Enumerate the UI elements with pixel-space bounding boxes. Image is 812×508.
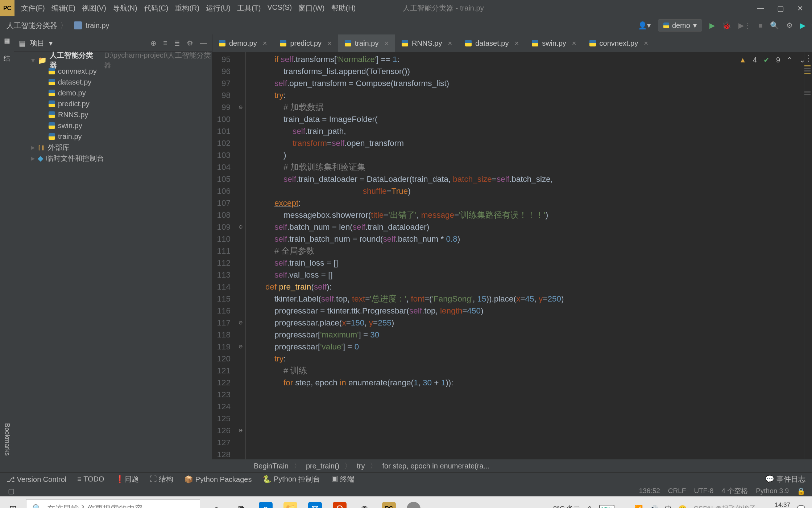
up-arrow-icon[interactable]: ⌃ (787, 56, 793, 64)
project-root[interactable]: ▾📁 人工智能分类器 D:\pycharm-project\人工智能分类器 (14, 55, 212, 66)
menu-help[interactable]: 帮助(H) (331, 3, 356, 13)
down-arrow-icon[interactable]: ⌄ (799, 56, 805, 64)
file-swin[interactable]: swin.py (14, 120, 212, 131)
menu-navigate[interactable]: 导航(N) (113, 3, 137, 13)
locate-icon[interactable]: ⊕ (150, 39, 157, 48)
tab-swin-py[interactable]: swin.py× (525, 34, 583, 52)
code-area[interactable]: 9596979899100101102103104105106107108109… (212, 52, 812, 459)
menu-edit[interactable]: 编辑(E) (51, 3, 76, 13)
minimize-button[interactable]: — (757, 4, 764, 13)
bc-method[interactable]: pre_train() (306, 462, 339, 470)
file-rnns[interactable]: RNNS.py (14, 109, 212, 120)
collapse-all-icon[interactable]: ≣ (174, 39, 180, 48)
plugin-icon[interactable]: ▶ (800, 21, 805, 30)
line-gutter[interactable]: 9596979899100101102103104105106107108109… (212, 52, 237, 459)
lock-icon[interactable]: 🔒 (797, 487, 805, 495)
expand-all-icon[interactable]: ≡ (163, 39, 167, 48)
bc-class[interactable]: BeginTrain (254, 462, 289, 470)
tab-predict-py[interactable]: predict.py× (273, 34, 338, 52)
bookmarks-tool-button[interactable]: Bookmarks (3, 423, 11, 456)
file-train[interactable]: train.py (14, 131, 212, 142)
close-tab-icon[interactable]: × (644, 39, 648, 48)
battery-icon[interactable]: 100% (599, 505, 614, 508)
tab-convnext-py[interactable]: convnext.py× (583, 34, 655, 52)
source-code[interactable]: if self.transforms['Normalize'] == 1: tr… (246, 52, 804, 459)
office-icon[interactable]: O (333, 502, 347, 508)
tab-dataset-py[interactable]: dataset.py× (459, 34, 525, 52)
chrome-icon[interactable]: ◉ (357, 502, 371, 508)
interpreter[interactable]: Python 3.9 (756, 487, 789, 495)
hide-icon[interactable]: — (200, 39, 207, 48)
tab-demo-py[interactable]: demo.py× (212, 34, 273, 52)
app-icon[interactable] (407, 502, 420, 508)
cloud-icon[interactable]: ☁ (621, 505, 628, 508)
weather-widget[interactable]: ☁ 8°C 多云 (543, 504, 580, 508)
external-libraries[interactable]: ▸⫿⫿外部库 (14, 142, 212, 153)
debug-button[interactable]: 🐞 (722, 21, 731, 30)
cortana-icon[interactable]: ○ (210, 502, 223, 508)
menu-code[interactable]: 代码(C) (144, 3, 169, 13)
project-view-title[interactable]: 项目 (30, 38, 45, 48)
mail-icon[interactable]: ✉ (308, 502, 322, 508)
volume-icon[interactable]: 🔊 (650, 505, 658, 508)
terminal-button[interactable]: ▣ 终端 (331, 474, 355, 484)
close-tab-icon[interactable]: × (327, 39, 332, 48)
run-button[interactable]: ▶ (709, 21, 715, 30)
scrollbar-map[interactable]: ⋮ (804, 52, 812, 459)
inspection-widget[interactable]: ▲4 ✔9 ⌃ ⌄ (739, 56, 805, 64)
bc-for[interactable]: for step, epoch in enumerate(ra... (382, 462, 489, 470)
ime-icon[interactable]: 中 (665, 504, 672, 508)
windows-search[interactable]: 🔍 在这里输入你要搜索的内容 (26, 499, 200, 508)
user-dropdown[interactable]: 👤▾ (638, 21, 651, 30)
wifi-icon[interactable]: 📶 (634, 505, 643, 508)
close-tab-icon[interactable]: × (263, 39, 267, 48)
close-tab-icon[interactable]: × (514, 39, 519, 48)
problems-button[interactable]: ❗问题 (115, 474, 139, 484)
file-dataset[interactable]: dataset.py (14, 77, 212, 87)
clock[interactable]: 14:37 2022/2/10 (763, 501, 790, 508)
ime-mode-icon[interactable]: 🙂 (678, 505, 687, 508)
maximize-button[interactable]: ▢ (777, 4, 784, 13)
tab-RNNS-py[interactable]: RNNS.py× (395, 34, 459, 52)
chevron-down-icon[interactable]: ▾ (49, 39, 53, 48)
run-config-selector[interactable]: demo ▾ (658, 19, 702, 32)
python-console-button[interactable]: 🐍 Python 控制台 (262, 474, 320, 484)
breadcrumb-file[interactable]: train.py (86, 21, 109, 30)
pycharm-taskbar-icon[interactable]: PC (382, 502, 396, 508)
menu-vcs[interactable]: VCS(S) (268, 3, 292, 13)
menu-tools[interactable]: 工具(T) (237, 3, 261, 13)
file-predict[interactable]: predict.py (14, 98, 212, 109)
explorer-icon[interactable]: 📁 (283, 502, 297, 508)
menu-window[interactable]: 窗口(W) (298, 3, 324, 13)
search-everywhere-icon[interactable]: 🔍 (770, 21, 779, 30)
settings-icon[interactable]: ⚙ (187, 39, 193, 48)
tool-window-toggle[interactable]: ▢ (8, 487, 14, 495)
edge-icon[interactable]: e (259, 502, 273, 508)
python-packages-button[interactable]: 📦 Python Packages (184, 475, 252, 484)
task-view-icon[interactable]: ⧉ (234, 502, 248, 508)
line-separator[interactable]: CRLF (668, 487, 686, 495)
close-tab-icon[interactable]: × (572, 39, 576, 48)
settings-icon[interactable]: ⚙ (786, 21, 793, 30)
version-control-button[interactable]: ⎇ Version Control (7, 475, 66, 484)
structure-button[interactable]: ⛶ 结构 (150, 474, 174, 484)
fold-gutter[interactable]: ⊖⊖⊖⊖⊖ (237, 52, 246, 459)
start-button[interactable]: ⊞ (0, 503, 26, 508)
breadcrumb-root[interactable]: 人工智能分类器 (7, 21, 57, 30)
project-tool-button[interactable]: ▦ (4, 37, 10, 45)
close-tab-icon[interactable]: × (448, 39, 452, 48)
event-log-button[interactable]: 💬 事件日志 (765, 474, 805, 484)
menu-refactor[interactable]: 重构(R) (175, 3, 199, 13)
scratches[interactable]: ▸◆临时文件和控制台 (14, 153, 212, 164)
stop-button[interactable]: ■ (758, 21, 763, 30)
menu-file[interactable]: 文件(F) (21, 3, 45, 13)
bc-try[interactable]: try (357, 462, 365, 470)
menu-view[interactable]: 视图(V) (82, 3, 106, 13)
coverage-button[interactable]: ▶⋮ (738, 21, 751, 30)
encoding[interactable]: UTF-8 (694, 487, 713, 495)
close-tab-icon[interactable]: × (384, 39, 389, 48)
tab-train-py[interactable]: train.py× (338, 34, 395, 52)
close-button[interactable]: ✕ (797, 4, 803, 13)
file-demo[interactable]: demo.py (14, 87, 212, 98)
menu-run[interactable]: 运行(U) (206, 3, 231, 13)
